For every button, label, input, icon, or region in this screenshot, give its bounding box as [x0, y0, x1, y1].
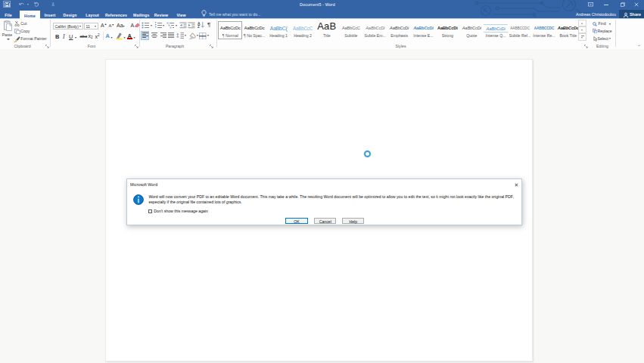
svg-text:Z: Z	[198, 26, 200, 29]
